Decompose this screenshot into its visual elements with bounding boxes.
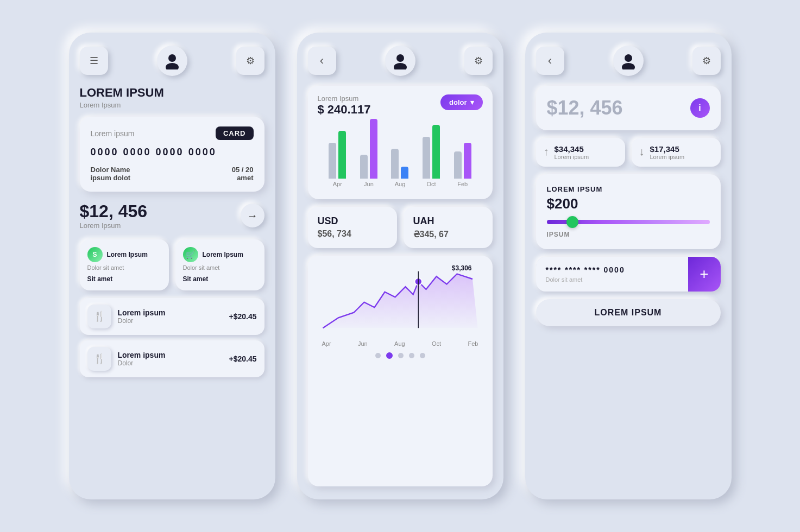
top-bar-2: ‹ ⚙ [308,46,493,76]
line-chart-card: $3,306 Apr Jun [308,256,493,486]
card-exp-value: amet [232,174,254,182]
tx1-name: Lorem ipsum [118,308,223,317]
add-card-button[interactable]: + [688,257,721,292]
currency-uah-name: UAH [413,216,483,227]
phone-1: ☰ ⚙ LOREM IPSUM Lorem Ipsum Lorem ipsum … [69,33,275,499]
up-arrow-icon: ↑ [544,145,549,158]
line-label-feb: Feb [468,340,478,347]
gear-icon-3: ⚙ [702,55,711,67]
user-avatar-icon [163,52,181,69]
stat-up: ↑ $34,345 Lorem ipsum [536,138,625,167]
stats-row: ↑ $34,345 Lorem ipsum ↓ $17,345 Lorem ip… [536,138,721,167]
big-balance-card: $12, 456 i [536,86,721,130]
chevron-down-icon: ▾ [470,98,474,106]
bar-label-aug: Aug [395,181,406,187]
bar-label-feb: Feb [457,181,468,187]
settings-button-3[interactable]: ⚙ [692,47,721,75]
back-icon-2: ‹ [320,54,324,68]
ipsum-label: IPSUM [547,231,710,238]
gear-icon-2: ⚙ [474,55,483,67]
line-label-aug: Aug [394,340,405,347]
tx2-sub: Dolor [118,359,223,367]
qa2-title: Lorem Ipsum [203,251,243,258]
utensils-icon-1: 🍴 [93,311,105,322]
big-balance-amount: $12, 456 [547,97,623,119]
transaction-list: 🍴 Lorem ipsum Dolor +$20.45 🍴 Lorem ipsu… [80,298,264,377]
qa2-action: Sit amet [183,275,257,283]
settings-button-1[interactable]: ⚙ [236,47,264,75]
currency-row: USD $56, 734 UAH ₴345, 67 [308,207,493,248]
card-holder-value: ipsum dolot [91,174,131,182]
card-tag: CARD [216,126,254,140]
card-holder-label: Dolor Name [91,166,131,174]
card-masked-section: **** **** **** 0000 Dolor sit amet [536,257,688,292]
transaction-item-1: 🍴 Lorem ipsum Dolor +$20.45 [80,298,264,335]
stat-down-label: Lorem ipsum [650,154,685,160]
line-label-oct: Oct [432,340,441,347]
tx2-name: Lorem ipsum [118,351,223,359]
tx2-amount: +$20.45 [229,354,257,363]
back-button-3[interactable]: ‹ [536,47,564,75]
dot-5[interactable] [420,353,425,358]
dot-navigation [318,352,483,359]
svg-point-7 [622,63,635,69]
back-button-2[interactable]: ‹ [308,47,336,75]
chart-title: Lorem Ipsum [318,94,371,103]
page-title-1: LOREM IPSUM [80,86,264,100]
back-icon-3: ‹ [548,54,552,68]
currency-usd-value: $56, 734 [318,229,387,239]
bar-chart-card: Lorem Ipsum $ 240.117 dolor ▾ Apr [308,86,493,199]
svg-point-0 [168,54,176,62]
card-masked-sub: Dolor sit amet [546,276,678,283]
avatar-2[interactable] [385,46,415,76]
quick-action-1[interactable]: S Lorem Ipsum Dolor sit amet Sit amet [80,239,169,290]
credit-card: Lorem ipsum CARD 0000 0000 0000 0000 Dol… [80,117,264,192]
menu-button[interactable]: ☰ [80,47,108,75]
quick-actions: S Lorem Ipsum Dolor sit amet Sit amet 🛒 … [80,239,264,290]
tx1-amount: +$20.45 [229,312,257,321]
dot-4[interactable] [409,353,414,358]
balance-arrow-button[interactable]: → [241,204,264,227]
top-bar-3: ‹ ⚙ [536,46,721,76]
user-avatar-icon-2 [392,52,409,69]
avatar-3[interactable] [613,46,644,76]
transaction-item-2: 🍴 Lorem ipsum Dolor +$20.45 [80,340,264,377]
currency-usd: USD $56, 734 [308,207,397,248]
stat-up-label: Lorem ipsum [555,154,589,160]
slider-thumb[interactable] [566,216,578,228]
arrow-right-icon: → [247,210,258,222]
card-number: 0000 0000 0000 0000 [91,147,254,158]
info-button[interactable]: i [690,98,710,118]
card-exp-label: 05 / 20 [232,166,254,174]
plus-icon: + [700,265,708,283]
dot-3[interactable] [398,353,404,358]
slider-track[interactable] [547,220,710,224]
card-label: Lorem ipsum [91,129,135,138]
tx1-icon-box: 🍴 [87,305,111,328]
tx1-sub: Dolor [118,317,223,325]
user-avatar-icon-3 [620,52,637,69]
line-chart-marker-label: $3,306 [452,264,472,272]
qa2-icon: 🛒 [186,250,195,259]
page-subtitle-1: Lorem Ipsum [80,101,264,109]
svg-point-6 [625,54,632,62]
phone-3: ‹ ⚙ $12, 456 i ↑ $34,345 Lorem ipsum ↓ [525,33,732,499]
quick-action-2[interactable]: 🛒 Lorem Ipsum Dolor sit amet Sit amet [175,239,264,290]
chart-amount: $ 240.117 [318,103,371,117]
dolor-button[interactable]: dolor ▾ [440,94,483,110]
lorem-card-title: LOREM IPSUM [547,185,710,193]
avatar-1[interactable] [157,46,187,76]
dot-2[interactable] [386,352,393,359]
info-icon: i [698,103,701,113]
svg-point-3 [394,63,407,69]
lorem-ipsum-button[interactable]: LOREM IPSUM [536,299,721,326]
settings-button-2[interactable]: ⚙ [464,47,493,75]
stat-up-value: $34,345 [555,144,589,154]
menu-icon: ☰ [90,55,98,67]
bar-label-oct: Oct [427,181,436,187]
currency-usd-name: USD [318,216,387,227]
dot-1[interactable] [375,353,381,358]
bar-chart: Apr Jun Aug [318,122,483,187]
tx2-info: Lorem ipsum Dolor [118,351,223,367]
qa1-title: Lorem Ipsum [107,251,148,258]
